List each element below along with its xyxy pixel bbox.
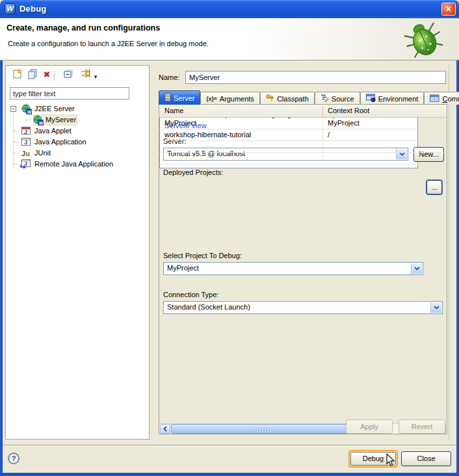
window-border-right: [456, 18, 459, 476]
junit-icon: Ju: [21, 148, 32, 158]
configuration-tree: − W J2EE Server W MyServer J Java A: [6, 103, 149, 170]
tree-item-junit[interactable]: Ju JUnit: [6, 148, 149, 159]
filter-menu-button[interactable]: ▼: [76, 68, 96, 83]
deployed-projects-table[interactable]: Name Context Root MyProject MyProject wo…: [159, 105, 418, 168]
tab-label: Common: [442, 95, 459, 103]
table-header[interactable]: Name Context Root: [159, 105, 418, 118]
close-window-button[interactable]: ✕: [441, 3, 456, 16]
table-row[interactable]: MyProject MyProject: [159, 118, 418, 129]
j2ee-server-icon: W: [21, 104, 32, 114]
remote-java-application-icon: J: [21, 159, 31, 167]
tab-label: Classpath: [277, 95, 309, 103]
browse-projects-button[interactable]: ...: [426, 180, 442, 194]
tree-item-remote-java-application[interactable]: J Remote Java Application: [6, 159, 149, 170]
tree-item-java-applet[interactable]: J Java Applet: [6, 126, 149, 137]
delete-configuration-button[interactable]: ✖: [40, 68, 54, 83]
cell-context-root: MyProject: [328, 119, 360, 127]
column-divider[interactable]: [322, 106, 323, 116]
collapse-all-button[interactable]: [60, 68, 75, 83]
tab-label: Arguments: [220, 95, 254, 103]
copy-icon: [27, 73, 38, 81]
debug-dialog: W Debug ✕ Create, manage, and run config…: [0, 0, 459, 476]
deployed-projects-label: Deployed Projects:: [163, 168, 223, 176]
tree-connector-stub: [14, 164, 19, 165]
tree-connector-stub: [14, 153, 19, 153]
server-tab-panel: To access further options for configurin…: [159, 104, 447, 434]
filter-icon: [80, 73, 92, 81]
page-title: Create, manage, and run configurations: [7, 23, 160, 33]
filter-input[interactable]: [10, 87, 129, 99]
tree-item-j2ee-server[interactable]: − W J2EE Server: [6, 103, 149, 114]
common-icon: [430, 94, 439, 103]
configurations-sidebar: ✖ ▼ − W J2EE Server: [5, 65, 150, 440]
page-subtitle: Create a configuration to launch a J2EE …: [8, 40, 209, 47]
tab-common[interactable]: Common: [424, 92, 459, 105]
tab-label: Environment: [378, 95, 419, 103]
header-banner: Create, manage, and run configurations C…: [0, 18, 459, 60]
column-header-name[interactable]: Name: [164, 107, 183, 114]
window-border-bottom: [0, 473, 459, 476]
column-header-context-root[interactable]: Context Root: [328, 107, 369, 114]
tree-item-label: J2EE Server: [34, 103, 75, 114]
name-label: Name:: [159, 73, 179, 81]
table-row-empty[interactable]: [159, 141, 418, 153]
svg-text:W: W: [39, 121, 44, 126]
tab-bar: Server (x)= Arguments Classpath Source E…: [159, 90, 459, 105]
collapse-all-icon: [62, 73, 73, 81]
classpath-icon: [266, 94, 274, 103]
delete-x-icon: ✖: [44, 70, 51, 79]
tree-connector-stub: [14, 131, 19, 131]
tab-classpath[interactable]: Classpath: [260, 92, 315, 105]
java-application-icon: J: [21, 138, 31, 146]
arguments-icon: (x)=: [206, 96, 216, 102]
cell-name: workshop-hibernate-tutorial: [164, 131, 251, 139]
toolbar-separator: [54, 70, 55, 81]
connection-type-combobox[interactable]: Standard (Socket Launch): [163, 301, 443, 314]
tree-connector-stub: [25, 120, 31, 120]
tree-item-label: JUnit: [34, 148, 51, 159]
duplicate-configuration-button[interactable]: [25, 68, 40, 83]
myserver-icon: W: [33, 115, 44, 125]
close-button[interactable]: Close: [401, 451, 451, 466]
tree-item-label: Remote Java Application: [34, 159, 113, 170]
bottom-separator: [3, 445, 456, 446]
tree-item-java-application[interactable]: J Java Application: [6, 137, 149, 148]
tree-connector-stub: [14, 142, 19, 142]
help-button[interactable]: ?: [8, 453, 20, 464]
table-row-empty[interactable]: [159, 153, 418, 165]
app-w-icon: W: [5, 3, 16, 14]
tree-item-label: Java Application: [34, 137, 86, 148]
table-row[interactable]: workshop-hibernate-tutorial /: [159, 129, 418, 141]
project-to-debug-combobox[interactable]: MyProject: [163, 262, 423, 275]
cell-name: MyProject: [164, 119, 196, 127]
title-bar[interactable]: W Debug ✕: [0, 0, 459, 18]
cell-context-root: /: [328, 131, 330, 139]
tab-server[interactable]: Server: [159, 90, 200, 105]
select-project-label: Select Project To Debug:: [163, 252, 242, 259]
name-input[interactable]: [185, 71, 446, 84]
server-tab-icon: [164, 93, 171, 103]
chevron-down-icon[interactable]: [411, 263, 422, 274]
window-border-left: [0, 18, 3, 476]
tab-label: Server: [174, 94, 194, 102]
collapse-expander-icon[interactable]: −: [10, 106, 16, 112]
tab-environment[interactable]: Environment: [360, 92, 425, 105]
tab-arguments[interactable]: (x)= Arguments: [200, 92, 259, 105]
tab-source[interactable]: Source: [315, 92, 360, 105]
tree-item-myserver[interactable]: W MyServer: [6, 114, 149, 126]
revert-button[interactable]: Revert: [399, 419, 445, 434]
new-configuration-button[interactable]: [10, 68, 24, 83]
chevron-down-icon[interactable]: [430, 302, 441, 313]
apply-button[interactable]: Apply: [346, 419, 393, 434]
tab-label: Source: [332, 95, 354, 103]
environment-icon: [366, 94, 376, 103]
dropdown-caret-icon: ▼: [93, 71, 98, 84]
debug-button[interactable]: Debug: [350, 452, 396, 466]
java-applet-icon: J: [21, 127, 31, 135]
svg-text:W: W: [27, 110, 32, 114]
new-document-icon: [12, 73, 23, 81]
tree-item-label: Java Applet: [34, 126, 72, 137]
combobox-value: Standard (Socket Launch): [167, 303, 250, 311]
bug-icon: [398, 20, 450, 61]
panel-edge-line: [449, 65, 449, 440]
